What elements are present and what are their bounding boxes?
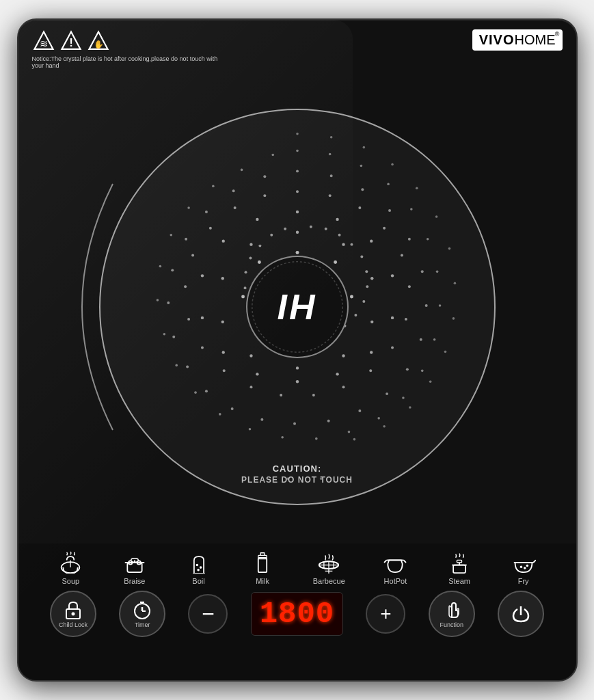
svg-point-38: [256, 218, 258, 221]
svg-point-43: [400, 254, 403, 257]
svg-point-40: [328, 194, 331, 197]
svg-point-16: [342, 243, 345, 245]
svg-point-35: [200, 317, 203, 319]
svg-point-107: [187, 206, 190, 209]
svg-point-111: [296, 133, 299, 135]
timer-icon: [132, 600, 152, 620]
svg-point-74: [230, 407, 233, 410]
minus-button[interactable]: −: [188, 594, 228, 634]
svg-point-123: [383, 425, 386, 428]
svg-point-97: [315, 438, 318, 440]
svg-point-72: [293, 422, 296, 425]
svg-point-56: [191, 254, 194, 257]
brand-home: HOME: [515, 32, 556, 48]
svg-point-7: [295, 251, 299, 254]
svg-point-95: [377, 417, 380, 420]
svg-point-59: [263, 194, 266, 197]
boil-icon: [185, 550, 213, 575]
svg-point-73: [260, 418, 263, 421]
svg-point-149: [284, 228, 286, 230]
svg-point-41: [358, 206, 361, 209]
braise-svg: [122, 552, 147, 574]
svg-line-175: [404, 560, 407, 563]
svg-point-106: [170, 234, 172, 237]
svg-point-77: [172, 336, 175, 338]
svg-point-44: [407, 285, 410, 288]
braise-button[interactable]: Braise: [121, 550, 148, 585]
svg-point-78: [167, 301, 170, 304]
brand-logo: ® VIVO HOME: [472, 29, 563, 51]
steam-label: Steam: [448, 577, 470, 585]
svg-point-104: [156, 299, 159, 301]
steam-button[interactable]: Steam: [446, 550, 473, 585]
soup-svg: [58, 552, 83, 574]
svg-point-85: [328, 153, 331, 156]
inner-ring: [247, 257, 347, 357]
power-button[interactable]: [498, 591, 544, 637]
svg-point-162: [197, 569, 200, 571]
svg-point-67: [419, 338, 422, 341]
braise-icon: [121, 550, 148, 575]
barbecue-icon: [315, 550, 342, 575]
brand-vivo: VIVO: [479, 32, 515, 48]
svg-point-23: [221, 277, 224, 280]
soup-button[interactable]: Soup: [57, 550, 84, 585]
svg-point-102: [175, 364, 178, 367]
svg-point-183: [524, 567, 526, 569]
svg-point-52: [222, 369, 225, 372]
svg-text:✋: ✋: [93, 39, 103, 49]
svg-point-70: [358, 409, 361, 412]
svg-point-131: [360, 256, 363, 258]
svg-point-115: [415, 187, 418, 189]
barbecue-svg: [316, 552, 341, 574]
svg-point-32: [295, 380, 298, 383]
plus-button[interactable]: +: [366, 594, 405, 634]
cooking-surface: IH CAUTION: PLEASE DO NOT TOUCH: [65, 75, 530, 539]
svg-point-71: [327, 420, 329, 422]
fry-button[interactable]: Fry: [510, 550, 537, 585]
svg-text:≋: ≋: [39, 38, 48, 49]
svg-point-57: [208, 227, 211, 230]
svg-point-54: [187, 318, 190, 321]
caution-title: CAUTION:: [241, 463, 353, 474]
svg-point-82: [232, 189, 234, 192]
svg-point-124: [353, 438, 355, 441]
svg-point-108: [212, 185, 215, 187]
svg-point-42: [383, 227, 386, 230]
svg-point-48: [342, 386, 345, 388]
child-lock-button[interactable]: Child Lock: [50, 591, 96, 637]
function-button[interactable]: Function: [429, 591, 475, 637]
svg-point-17: [370, 277, 373, 280]
svg-line-181: [533, 560, 536, 563]
svg-point-119: [452, 317, 455, 320]
braise-label: Braise: [124, 577, 145, 585]
svg-point-69: [386, 392, 388, 395]
barbecue-button[interactable]: Barbecue: [313, 550, 345, 585]
warning-area: ≋ ! ✋ Notice:The crystal plate is hot af…: [32, 29, 224, 69]
svg-point-24: [249, 243, 252, 245]
svg-point-18: [370, 321, 373, 323]
boil-button[interactable]: Boil: [185, 550, 213, 585]
svg-point-26: [336, 218, 338, 221]
svg-point-182: [519, 565, 522, 568]
svg-point-45: [404, 318, 407, 321]
svg-point-121: [429, 380, 431, 383]
timer-button[interactable]: Timer: [119, 591, 165, 637]
svg-point-117: [448, 247, 450, 250]
milk-button[interactable]: Milk: [249, 550, 276, 585]
svg-point-36: [200, 274, 203, 277]
timer-label: Timer: [135, 621, 150, 628]
function-row: Soup Braise: [32, 550, 563, 585]
svg-point-160: [195, 564, 198, 567]
svg-rect-163: [258, 558, 267, 572]
svg-rect-179: [457, 560, 461, 563]
hotpot-button[interactable]: HotPot: [381, 550, 409, 585]
svg-point-64: [407, 238, 410, 241]
minus-icon: −: [202, 603, 215, 625]
warning-icons: ≋ ! ✋: [32, 29, 224, 53]
svg-point-66: [424, 304, 427, 307]
svg-point-20: [295, 366, 298, 369]
svg-point-90: [435, 271, 438, 273]
milk-icon: [249, 550, 276, 575]
caution-subtitle: PLEASE DO NOT TOUCH: [241, 475, 353, 485]
